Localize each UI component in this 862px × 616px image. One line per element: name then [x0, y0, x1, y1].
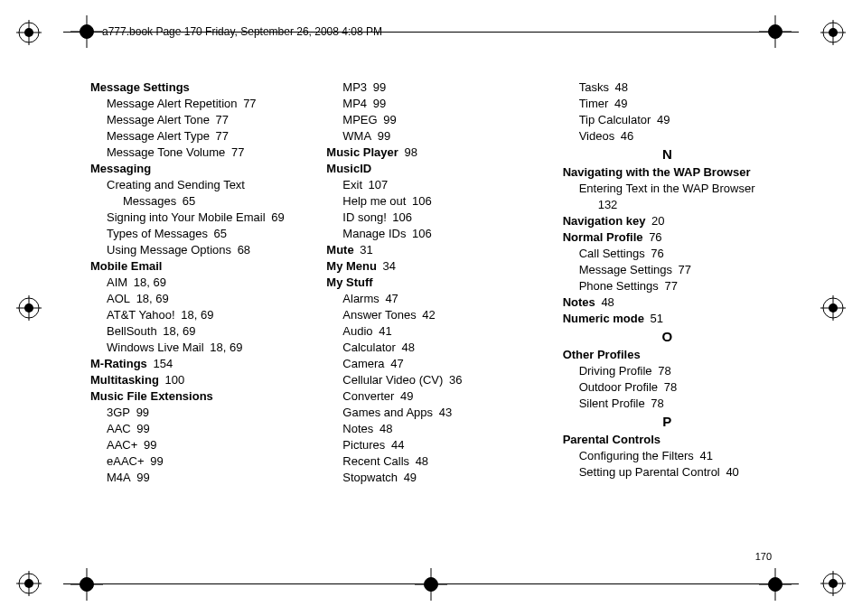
index-column: Message SettingsMessage Alert Repetition… — [90, 79, 299, 535]
page-ref: 41 — [697, 449, 713, 462]
index-entry: Driving Profile 78 — [579, 363, 772, 379]
page-ref: 99 — [374, 129, 390, 143]
page-ref: 78 — [655, 364, 671, 378]
document-header: a777.book Page 170 Friday, September 26,… — [102, 25, 382, 38]
page-ref: 99 — [140, 438, 156, 452]
page-ref: 98 — [401, 145, 417, 159]
index-entry: Camera 47 — [342, 356, 535, 372]
index-entry: AAC+ 99 — [107, 437, 299, 453]
index-heading: Other Profiles — [563, 347, 772, 363]
index-heading: Mute 31 — [326, 242, 535, 258]
page-ref: 34 — [379, 259, 396, 273]
index-entry: Outdoor Profile 78 — [579, 379, 772, 396]
registration-mark-icon — [16, 20, 42, 45]
index-entry: Notes 48 — [342, 421, 535, 437]
page-ref: 48 — [412, 454, 428, 468]
page-ref: 41 — [376, 324, 392, 338]
index-entry: Signing into Your Mobile Email 69 — [107, 210, 299, 226]
page-ref: 77 — [228, 145, 244, 159]
index-entry: AIM 18, 69 — [107, 275, 299, 291]
index-entry: Message Settings 77 — [579, 262, 772, 278]
page-ref: 99 — [370, 80, 386, 94]
page-ref: 65 — [179, 194, 195, 208]
index-entry: Silent Profile 78 — [579, 396, 772, 412]
index-entry: AT&T Yahoo! 18, 69 — [107, 307, 299, 323]
page-ref: 106 — [408, 227, 431, 240]
page-number: 170 — [755, 551, 772, 562]
index-entry: 3GP 99 — [107, 405, 299, 421]
index-entry: Alarms 47 — [342, 291, 535, 307]
index-entry: Setting up Parental Control 40 — [579, 464, 772, 481]
index-entry: Phone Settings 77 — [579, 278, 772, 294]
crop-mark-icon — [70, 568, 103, 601]
index-entry: Message Tone Volume 77 — [107, 145, 299, 161]
index-entry: Answer Tones 42 — [342, 307, 535, 323]
index-section-letter: P — [563, 414, 772, 430]
index-entry: Message Alert Repetition 77 — [107, 96, 299, 112]
page-ref: 51 — [647, 312, 663, 325]
index-heading: Navigating with the WAP Browser — [563, 164, 772, 181]
index-heading: Mobile Email — [90, 258, 299, 275]
index-entry: AAC 99 — [107, 421, 299, 437]
index-heading: MusicID — [326, 161, 535, 177]
page-ref: 42 — [419, 308, 436, 322]
index-heading: Message Settings — [90, 79, 299, 96]
index-entry: BellSouth 18, 69 — [107, 323, 299, 340]
page-ref: 132 — [598, 198, 618, 211]
index-heading: Multitasking 100 — [90, 372, 299, 388]
registration-mark-icon — [820, 571, 846, 596]
page-ref: 36 — [445, 373, 462, 387]
page-ref: 99 — [134, 471, 150, 484]
index-heading: Parental Controls — [563, 432, 772, 448]
index-entry: Tip Calculator 49 — [579, 112, 772, 128]
index-section-letter: O — [563, 329, 772, 345]
index-entry: Pictures 44 — [342, 437, 535, 453]
page-ref: 99 — [147, 454, 164, 468]
page-ref: 47 — [388, 357, 404, 370]
page-ref: 107 — [365, 178, 388, 191]
index-entry: 132 — [595, 197, 772, 213]
index-entry: Calculator 48 — [342, 340, 535, 356]
page-ref: 47 — [382, 292, 398, 305]
registration-mark-icon — [16, 571, 42, 596]
page-ref: 77 — [212, 113, 229, 126]
index-heading: Music Player 98 — [326, 145, 535, 161]
index-heading: Navigation key 20 — [563, 213, 772, 229]
page-ref: 49 — [611, 97, 627, 110]
index-heading: Notes 48 — [563, 294, 772, 311]
index-heading: Messaging — [90, 161, 299, 177]
page-ref: 106 — [389, 210, 412, 224]
page-ref: 49 — [653, 113, 670, 126]
index-entry: AOL 18, 69 — [107, 291, 299, 307]
page-ref: 48 — [612, 80, 628, 94]
page-ref: 78 — [661, 380, 677, 394]
registration-mark-icon — [16, 295, 42, 321]
index-column: MP3 99MP4 99MPEG 99WMA 99Music Player 98… — [326, 79, 535, 535]
page-ref: 77 — [212, 129, 229, 143]
index-heading: My Menu 34 — [326, 258, 535, 275]
page-ref: 78 — [648, 397, 664, 410]
page-ref: 77 — [661, 279, 678, 293]
index-entry: Message Alert Tone 77 — [107, 112, 299, 128]
page-ref: 48 — [598, 295, 614, 309]
index-entry: Stopwatch 49 — [342, 470, 535, 486]
index-entry: Recent Calls 48 — [342, 453, 535, 470]
index-entry: Timer 49 — [579, 96, 772, 112]
index-section-letter: N — [563, 146, 772, 163]
index-entry: Audio 41 — [342, 323, 535, 340]
index-entry: ID song! 106 — [342, 210, 535, 226]
page-ref: 18, 69 — [178, 308, 214, 322]
registration-mark-icon — [820, 295, 846, 321]
page-ref: 20 — [648, 214, 664, 228]
page-ref: 154 — [150, 357, 173, 370]
crop-mark-icon — [759, 15, 792, 48]
page-ref: 76 — [648, 247, 664, 260]
page-ref: 18, 69 — [160, 324, 196, 338]
page-ref: 68 — [234, 243, 250, 257]
page-ref: 48 — [398, 341, 415, 354]
index-entry: Help me out 106 — [342, 193, 535, 210]
crop-mark-icon — [759, 568, 792, 601]
index-entry: Entering Text in the WAP Browser — [579, 181, 772, 197]
page-ref: 100 — [162, 373, 184, 387]
index-heading: Numeric mode 51 — [563, 311, 772, 327]
